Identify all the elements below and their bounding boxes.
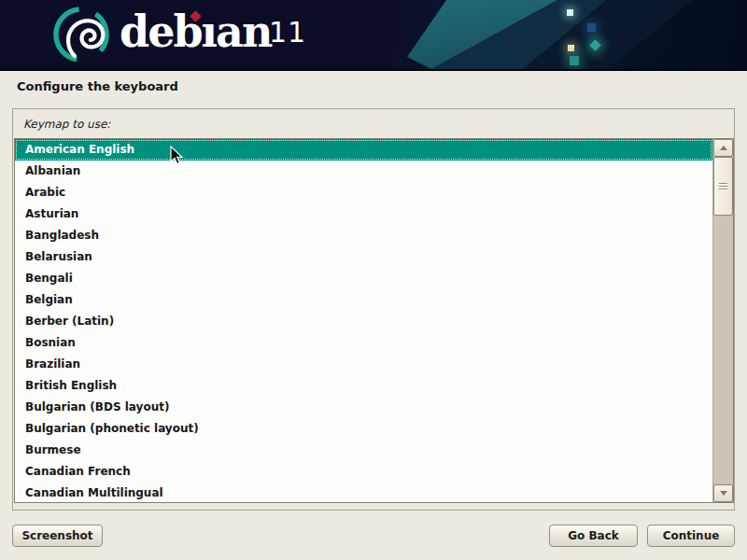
banner-decor-square-teal [570,56,579,65]
list-item[interactable]: Brazilian [15,354,712,375]
list-item-label: Belgian [25,293,73,306]
list-item-label: Canadian French [25,465,131,478]
screenshot-button[interactable]: Screenshot [12,525,103,547]
brand-wordmark: debıan [120,8,271,57]
keymap-label: Keymap to use: [23,118,110,131]
list-item[interactable]: Belarusian [15,246,712,268]
list-item[interactable]: Canadian French [15,461,712,483]
list-item-label: Bosnian [25,336,76,349]
list-item[interactable]: British English [15,375,712,397]
list-item-label: Bulgarian (BDS layout) [25,400,169,413]
list-item[interactable]: Berber (Latin) [15,311,712,332]
list-item-label: Asturian [25,207,78,220]
list-item-label: Bulgarian (phonetic layout) [25,422,199,435]
debian-installer-window: debıan 11 Configure the keyboard Keymap … [0,0,747,560]
list-item-label: Arabic [25,186,65,199]
list-item[interactable]: Belgian [15,289,712,311]
page-title: Configure the keyboard [17,79,178,93]
list-item[interactable]: Bulgarian (phonetic layout) [15,418,712,440]
scrollbar-thumb[interactable] [713,157,733,216]
list-item[interactable]: Arabic [15,182,712,203]
list-item-label: Bangladesh [25,229,99,242]
go-back-button[interactable]: Go Back [549,525,638,547]
continue-button[interactable]: Continue [647,525,735,547]
brand-text-post: an [216,7,271,57]
banner-decor-square-blue [587,23,596,32]
keymap-listbox: American English Albanian Arabic Asturia… [14,138,734,503]
list-item[interactable]: Canadian Multilingual [15,483,712,502]
keymap-list: American English Albanian Arabic Asturia… [15,139,712,502]
list-item-label: British English [25,379,117,392]
list-item[interactable]: Bangladesh [15,225,712,246]
list-item[interactable]: Bengali [15,268,712,289]
list-item-label: Canadian Multilingual [25,486,163,499]
list-item-label: American English [25,143,134,156]
brand-text-pre: deb [120,7,202,57]
scrollbar[interactable] [712,139,733,502]
list-item-label: Burmese [25,443,81,456]
grip-lines-icon [719,183,727,190]
list-item[interactable]: Bosnian [15,332,712,354]
scroll-down-button[interactable] [713,484,733,502]
chevron-down-icon [720,491,727,496]
scroll-up-button[interactable] [713,139,733,157]
list-item-label: Albanian [25,164,80,177]
list-item[interactable]: Burmese [15,440,712,461]
brand-text-dotless-i: ı [202,7,216,57]
list-item-label: Belarusian [25,250,92,263]
banner: debıan 11 [0,0,747,71]
banner-decor-square-cyan [567,9,573,16]
list-item[interactable]: Albanian [15,161,712,182]
banner-decor-square-yellow [568,45,574,51]
chevron-up-icon [720,146,727,150]
list-item[interactable]: American English [15,139,712,161]
list-item-label: Berber (Latin) [25,315,114,328]
list-item[interactable]: Asturian [15,203,712,225]
list-item[interactable]: Bulgarian (BDS layout) [15,397,712,418]
list-item-label: Brazilian [25,357,80,371]
keymap-frame: Keymap to use: American English Albanian… [12,108,735,511]
scrollbar-track[interactable] [713,157,733,484]
list-item-label: Bengali [25,272,73,285]
debian-swirl-logo [41,5,121,66]
version-label: 11 [269,19,306,47]
